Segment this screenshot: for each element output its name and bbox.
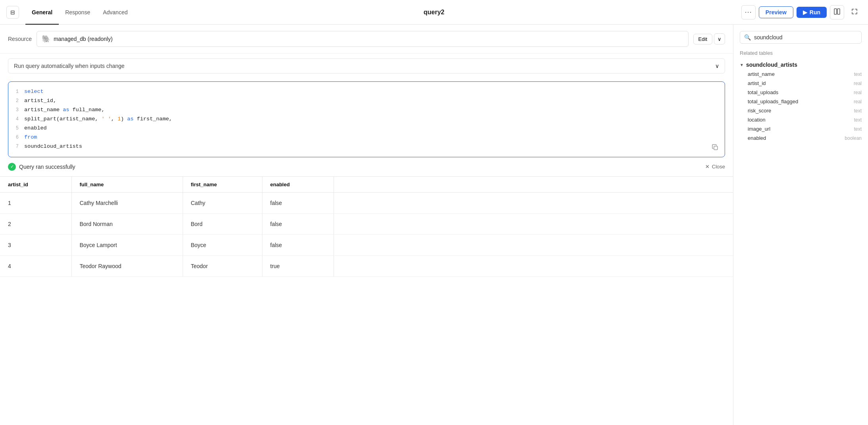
resource-label: Resource bbox=[8, 36, 32, 42]
layout-button[interactable] bbox=[830, 5, 844, 19]
field-name: risk_score bbox=[748, 108, 771, 114]
sidebar-right: 🔍 Related tables ▼ soundcloud_artists ar… bbox=[733, 25, 868, 425]
resource-name: managed_db (readonly) bbox=[54, 36, 113, 42]
cell-enabled: false bbox=[262, 234, 334, 255]
copy-button[interactable] bbox=[710, 142, 721, 153]
expand-button[interactable] bbox=[847, 5, 862, 19]
editor-body: 1 select 2 artist_id, 3 artist_name as f… bbox=[8, 82, 725, 157]
field-image-url: image_url text bbox=[740, 124, 862, 133]
cell-full-name: Boyce Lamport bbox=[71, 234, 183, 255]
col-header-enabled: enabled bbox=[262, 177, 334, 193]
field-name: image_url bbox=[748, 126, 770, 132]
field-total-uploads-flagged: total_uploads_flagged real bbox=[740, 97, 862, 106]
tab-general-label: General bbox=[32, 9, 52, 15]
search-input[interactable] bbox=[754, 34, 857, 41]
table-group-soundcloud-artists: ▼ soundcloud_artists artist_name text ar… bbox=[740, 60, 862, 143]
cell-artist-id: 3 bbox=[0, 234, 71, 255]
col-header-full-name: full_name bbox=[71, 177, 183, 193]
cell-full-name: Cathy Marchelli bbox=[71, 192, 183, 213]
more-options-button[interactable]: ··· bbox=[741, 5, 756, 19]
field-type: text bbox=[854, 117, 862, 123]
run-button[interactable]: ▶ Run bbox=[797, 7, 827, 18]
cell-first-name: Boyce bbox=[183, 234, 262, 255]
table-name: soundcloud_artists bbox=[746, 62, 797, 68]
query-title: query2 bbox=[424, 9, 444, 16]
cell-first-name: Bord bbox=[183, 213, 262, 234]
field-enabled: enabled boolean bbox=[740, 133, 862, 143]
cell-full-name: Bord Norman bbox=[71, 213, 183, 234]
col-header-artist-id: artist_id bbox=[0, 177, 71, 193]
field-name: artist_id bbox=[748, 80, 766, 86]
resource-actions: Edit ∨ bbox=[693, 33, 725, 44]
resource-select[interactable]: 🐘 managed_db (readonly) bbox=[37, 31, 689, 47]
cell-artist-id: 1 bbox=[0, 192, 71, 213]
editor-line-3: 3 artist_name as full_name, bbox=[8, 106, 725, 115]
resource-chevron-button[interactable]: ∨ bbox=[714, 33, 725, 44]
more-icon: ··· bbox=[745, 8, 752, 16]
table-group-header[interactable]: ▼ soundcloud_artists bbox=[740, 60, 862, 70]
field-artist-id: artist_id real bbox=[740, 79, 862, 88]
preview-button[interactable]: Preview bbox=[759, 6, 793, 18]
topbar-left: ⊟ General Response Advanced bbox=[6, 0, 134, 25]
expand-icon bbox=[851, 8, 858, 16]
col-header-first-name: first_name bbox=[183, 177, 262, 193]
close-icon: ✕ bbox=[705, 164, 710, 170]
success-text: Query ran successfully bbox=[19, 164, 75, 170]
editor-line-6: 6 from bbox=[8, 133, 725, 142]
field-name: enabled bbox=[748, 135, 766, 141]
editor-line-2: 2 artist_id, bbox=[8, 97, 725, 106]
resource-bar: Resource 🐘 managed_db (readonly) Edit ∨ bbox=[0, 25, 733, 54]
topbar: ⊟ General Response Advanced query2 ··· P… bbox=[0, 0, 868, 25]
tab-general[interactable]: General bbox=[25, 0, 59, 25]
field-artist-name: artist_name text bbox=[740, 70, 862, 79]
close-label: Close bbox=[712, 164, 725, 170]
run-label: Run bbox=[810, 9, 820, 15]
editor-line-4: 4 split_part(artist_name, ' ', 1) as fir… bbox=[8, 115, 725, 124]
cell-extra bbox=[334, 192, 733, 213]
field-type: text bbox=[854, 71, 862, 77]
search-box[interactable]: 🔍 bbox=[740, 31, 862, 44]
tab-response[interactable]: Response bbox=[59, 0, 96, 25]
field-name: artist_name bbox=[748, 71, 775, 77]
autorun-bar[interactable]: Run query automatically when inputs chan… bbox=[8, 58, 725, 73]
cell-extra bbox=[334, 255, 733, 276]
cell-artist-id: 4 bbox=[0, 255, 71, 276]
editor-line-5: 5 enabled bbox=[8, 124, 725, 133]
cell-enabled: true bbox=[262, 255, 334, 276]
field-type: real bbox=[854, 90, 862, 95]
cell-first-name: Teodor bbox=[183, 255, 262, 276]
cell-enabled: false bbox=[262, 213, 334, 234]
sidebar-toggle-button[interactable]: ⊟ bbox=[6, 6, 19, 19]
database-icon: 🐘 bbox=[42, 35, 50, 43]
editor-line-7: 7 soundcloud_artists bbox=[8, 142, 725, 151]
autorun-text: Run query automatically when inputs chan… bbox=[14, 63, 125, 69]
results-area: ✓ Query ran successfully ✕ Close artist_… bbox=[0, 157, 733, 425]
cell-extra bbox=[334, 234, 733, 255]
close-banner-button[interactable]: ✕ Close bbox=[705, 164, 725, 170]
table-row: 2 Bord Norman Bord false bbox=[0, 213, 733, 234]
field-type: boolean bbox=[845, 135, 862, 141]
chevron-down-icon: ∨ bbox=[718, 36, 721, 42]
main-layout: Resource 🐘 managed_db (readonly) Edit ∨ … bbox=[0, 25, 868, 425]
success-banner: ✓ Query ran successfully ✕ Close bbox=[0, 157, 733, 177]
tab-response-label: Response bbox=[65, 9, 90, 15]
field-name: total_uploads bbox=[748, 89, 778, 95]
table-fields: artist_name text artist_id real total_up… bbox=[740, 70, 862, 143]
content-area: Resource 🐘 managed_db (readonly) Edit ∨ … bbox=[0, 25, 733, 425]
cell-extra bbox=[334, 213, 733, 234]
cell-enabled: false bbox=[262, 192, 334, 213]
field-name: location bbox=[748, 117, 766, 123]
field-type: text bbox=[854, 126, 862, 132]
tab-advanced[interactable]: Advanced bbox=[96, 0, 134, 25]
svg-rect-0 bbox=[834, 9, 837, 14]
cell-artist-id: 2 bbox=[0, 213, 71, 234]
table-row: 1 Cathy Marchelli Cathy false bbox=[0, 192, 733, 213]
edit-button[interactable]: Edit bbox=[693, 34, 712, 44]
result-table: artist_id full_name first_name enabled 1… bbox=[0, 177, 733, 277]
table-header-row: artist_id full_name first_name enabled bbox=[0, 177, 733, 193]
success-icon: ✓ bbox=[8, 163, 16, 171]
field-risk-score: risk_score text bbox=[740, 106, 862, 115]
svg-rect-2 bbox=[714, 146, 718, 150]
tab-advanced-label: Advanced bbox=[103, 9, 127, 15]
code-editor[interactable]: 1 select 2 artist_id, 3 artist_name as f… bbox=[8, 81, 725, 157]
